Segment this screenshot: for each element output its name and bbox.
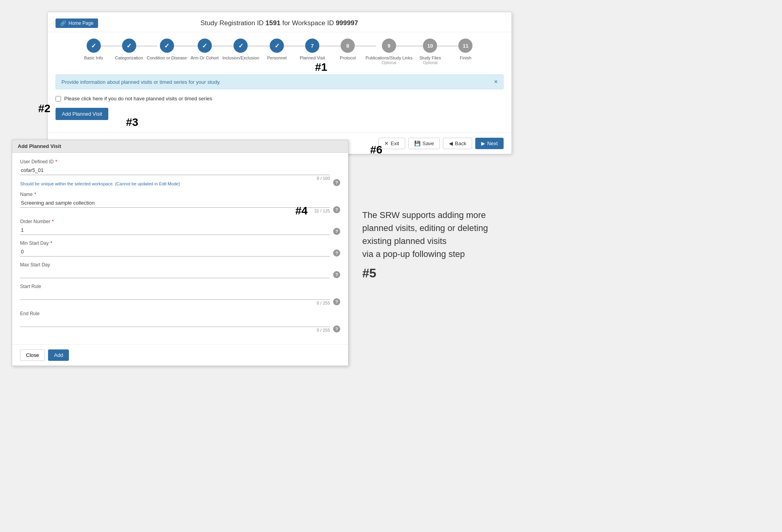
char-count-start-rule: 0 / 255: [20, 301, 330, 305]
required-star-1: *: [55, 159, 57, 164]
help-icon-end-rule[interactable]: ?: [333, 325, 340, 332]
field-order-number: Order Number * ?: [20, 219, 340, 235]
step-publications[interactable]: 9 Publications/Study Links Optional: [365, 39, 412, 65]
next-icon: ▶: [481, 140, 485, 146]
annotation-2: #2: [38, 102, 50, 115]
input-max-start-day[interactable]: [20, 269, 330, 278]
field-start-rule: Start Rule 0 / 255 ?: [20, 284, 340, 305]
next-button[interactable]: ▶ Next: [475, 138, 504, 149]
input-end-rule[interactable]: [20, 318, 330, 327]
step-inclusion-exclusion[interactable]: Inclusion/Exclusion: [222, 39, 259, 61]
input-min-start-day[interactable]: [20, 247, 330, 257]
char-count-end-rule: 0 / 255: [20, 328, 330, 332]
step-circle-1: [87, 39, 101, 53]
banner-close-button[interactable]: ×: [494, 79, 498, 85]
info-banner: Provide information about planned visits…: [56, 74, 504, 89]
back-button[interactable]: ◀ Back: [443, 138, 472, 149]
step-study-files[interactable]: 10 Study Files Optional: [412, 39, 448, 65]
label-max-start-day: Max Start Day: [20, 262, 330, 268]
step-planned-visit[interactable]: 7 Planned Visit: [295, 39, 330, 61]
sidebar-text-secondary: via a pop-up following step: [362, 248, 496, 260]
step-circle-7: 7: [305, 39, 319, 53]
field-name: Name * 31 / 125 ?: [20, 192, 340, 213]
step-circle-6: [270, 39, 284, 53]
field-max-start-day: Max Start Day ?: [20, 262, 340, 278]
sidebar-description: The SRW supports adding more planned vis…: [362, 209, 496, 283]
annotation-3: #3: [126, 116, 138, 129]
panel-header: 🔗 Home Page Study Registration ID 1591 f…: [48, 12, 511, 32]
label-end-rule: End Rule: [20, 311, 330, 316]
steps-navigation: Basic Info Categorization Condition or D…: [48, 32, 511, 68]
popup-close-button[interactable]: Close: [20, 349, 45, 361]
sidebar-text-main: The SRW supports adding more planned vis…: [362, 209, 496, 248]
annotation-4: #4: [295, 205, 308, 217]
char-count-user-defined-id: 9 / 100: [20, 176, 330, 181]
save-label: Save: [423, 140, 434, 146]
step-label-4: Arm Or Cohort: [191, 55, 219, 61]
panel-title: Study Registration ID 1591 for Workspace…: [98, 19, 460, 27]
step-circle-4: [198, 39, 212, 53]
external-link-icon: 🔗: [60, 20, 66, 26]
back-label: Back: [455, 140, 466, 146]
help-icon-min-start-day[interactable]: ?: [333, 249, 340, 257]
step-label-8: Protocol: [340, 55, 356, 61]
label-min-start-day: Min Start Day *: [20, 240, 330, 246]
step-protocol[interactable]: 8 Protocol: [330, 39, 365, 61]
panel-body: Provide information about planned visits…: [48, 68, 511, 133]
popup-body: User Defined ID * 9 / 100 Should be uniq…: [12, 153, 348, 344]
back-icon: ◀: [449, 140, 453, 146]
exit-icon: ✕: [384, 140, 389, 146]
home-page-button[interactable]: 🔗 Home Page: [56, 18, 98, 28]
help-icon-name[interactable]: ?: [333, 206, 340, 213]
exit-button[interactable]: ✕ Exit: [378, 138, 405, 149]
no-planned-visits-checkbox[interactable]: [56, 96, 61, 102]
input-start-rule[interactable]: [20, 290, 330, 300]
step-label-7: Planned Visit: [300, 55, 325, 61]
step-circle-3: [160, 39, 174, 53]
input-user-defined-id[interactable]: [20, 166, 330, 175]
annotation-5: #5: [362, 264, 496, 283]
label-name: Name *: [20, 192, 330, 197]
step-circle-10: 10: [423, 39, 437, 53]
help-icon-start-rule[interactable]: ?: [333, 298, 340, 305]
step-condition-disease[interactable]: Condition or Disease: [147, 39, 187, 61]
step-arm-cohort[interactable]: Arm Or Cohort: [187, 39, 222, 61]
exit-label: Exit: [391, 140, 399, 146]
step-label-6: Personnel: [267, 55, 287, 61]
step-circle-5: [233, 39, 248, 53]
step-finish[interactable]: 11 Finish: [448, 39, 483, 61]
input-order-number[interactable]: [20, 225, 330, 235]
step-categorization[interactable]: Categorization: [111, 39, 147, 61]
required-star-2: *: [34, 192, 36, 197]
add-planned-visit-popup: Add Planned Visit User Defined ID * 9 / …: [12, 140, 348, 366]
save-icon: 💾: [414, 140, 421, 146]
step-sublabel-9: Optional: [382, 61, 396, 65]
char-count-name: 31 / 125: [20, 209, 330, 213]
step-sublabel-10: Optional: [423, 61, 437, 65]
main-registration-panel: 🔗 Home Page Study Registration ID 1591 f…: [47, 12, 512, 154]
popup-add-button[interactable]: Add: [48, 349, 69, 361]
step-label-9: Publications/Study Links: [365, 55, 412, 61]
help-icon-max-start-day[interactable]: ?: [333, 271, 340, 278]
field-min-start-day: Min Start Day * ?: [20, 240, 340, 257]
step-label-11: Finish: [460, 55, 471, 61]
required-star-3: *: [52, 219, 54, 224]
field-end-rule: End Rule 0 / 255 ?: [20, 311, 340, 332]
step-personnel[interactable]: Personnel: [259, 39, 295, 61]
help-icon-user-defined-id[interactable]: ?: [333, 179, 340, 186]
step-label-5: Inclusion/Exclusion: [222, 55, 259, 61]
step-circle-8: 8: [341, 39, 355, 53]
home-page-label: Home Page: [69, 20, 93, 26]
step-circle-9: 9: [382, 39, 396, 53]
help-icon-order-number[interactable]: ?: [333, 228, 340, 235]
save-button[interactable]: 💾 Save: [408, 138, 440, 149]
add-planned-visit-button[interactable]: Add Planned Visit: [56, 108, 108, 120]
popup-title: Add Planned Visit: [18, 143, 61, 149]
label-start-rule: Start Rule: [20, 284, 330, 289]
required-star-4: *: [50, 240, 52, 246]
step-basic-info[interactable]: Basic Info: [76, 39, 111, 61]
field-user-defined-id: User Defined ID * 9 / 100 Should be uniq…: [20, 159, 340, 186]
no-planned-visits-label: Please click here if you do not have pla…: [64, 96, 212, 102]
input-name[interactable]: [20, 198, 330, 208]
next-label: Next: [487, 140, 498, 146]
